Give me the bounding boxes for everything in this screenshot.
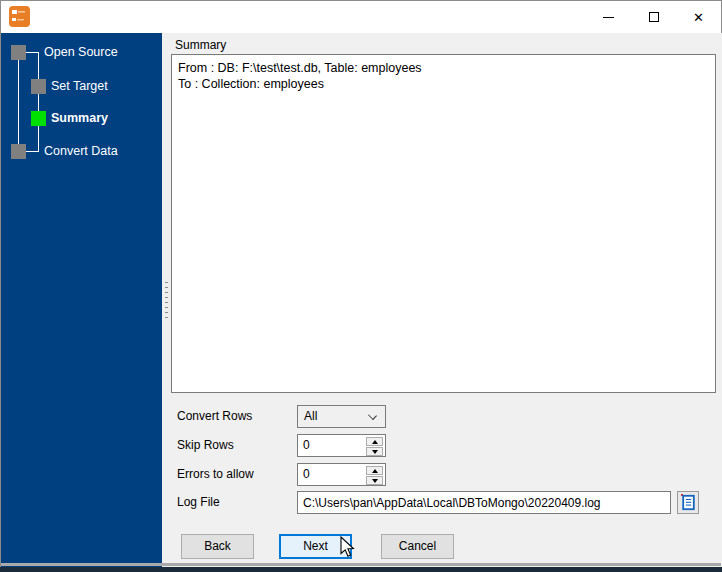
maximize-icon: [649, 12, 659, 22]
spinner-buttons: [366, 466, 383, 485]
sidebar-item-convert-data[interactable]: Convert Data: [44, 144, 118, 159]
form-row-errors-to-allow: Errors to allow 0: [171, 463, 722, 486]
step-marker-summary-active: [31, 111, 46, 126]
skip-rows-spinner[interactable]: 0: [297, 434, 386, 457]
skip-rows-value: 0: [303, 438, 310, 452]
app-icon: [9, 6, 30, 27]
summary-line-to: To : Collection: employees: [178, 76, 709, 92]
grip-dot: [165, 292, 168, 293]
form-row-log-file: Log File: [171, 491, 722, 514]
spinner-buttons: [366, 437, 383, 456]
sidebar-splitter-handle[interactable]: [162, 33, 171, 567]
convert-rows-select[interactable]: All: [297, 405, 386, 428]
form-row-convert-rows: Convert Rows All: [171, 405, 722, 428]
arrow-down-icon: [372, 479, 378, 483]
title-bar: ✕: [1, 1, 721, 33]
maximize-button[interactable]: [631, 1, 676, 33]
back-button[interactable]: Back: [181, 534, 254, 559]
errors-to-allow-label: Errors to allow: [177, 463, 254, 486]
grip-dot: [165, 312, 168, 313]
close-button[interactable]: ✕: [676, 1, 721, 33]
summary-line-from: From : DB: F:\test\test.db, Table: emplo…: [178, 60, 709, 76]
log-file-input[interactable]: [297, 491, 671, 514]
cancel-button[interactable]: Cancel: [381, 534, 454, 559]
wizard-connector-line: [38, 52, 39, 152]
log-file-browse-button[interactable]: [677, 491, 699, 514]
grip-dot: [165, 317, 168, 318]
convert-rows-value: All: [304, 409, 317, 423]
summary-panel-header: Summary: [171, 36, 718, 54]
grip-dot: [165, 307, 168, 308]
minimize-button[interactable]: [586, 1, 631, 33]
chevron-down-icon: [368, 411, 377, 420]
grip-dot: [165, 282, 168, 283]
spin-down-button[interactable]: [366, 476, 383, 485]
wizard-connector-line: [25, 151, 39, 152]
errors-to-allow-value: 0: [303, 467, 310, 481]
step-marker-set-target: [31, 79, 46, 94]
errors-to-allow-spinner[interactable]: 0: [297, 463, 386, 486]
wizard-connector-line: [18, 60, 19, 144]
step-marker-open-source: [11, 45, 26, 60]
window-bottom-edge: [1, 563, 721, 566]
convert-rows-label: Convert Rows: [177, 405, 252, 428]
wizard-sidebar: Open Source Set Target Summary Convert D…: [1, 33, 162, 567]
grip-dot: [165, 302, 168, 303]
step-marker-convert-data: [11, 144, 26, 159]
app-window: ✕ Open Source Set Target Summary Convert…: [0, 0, 722, 567]
log-file-label: Log File: [177, 491, 220, 514]
sidebar-item-set-target[interactable]: Set Target: [51, 79, 108, 94]
main-panel: Summary From : DB: F:\test\test.db, Tabl…: [171, 33, 722, 567]
minimize-icon: [603, 17, 614, 18]
close-icon: ✕: [693, 11, 704, 24]
wizard-connector-line: [25, 52, 39, 53]
skip-rows-label: Skip Rows: [177, 434, 234, 457]
arrow-up-icon: [372, 469, 378, 473]
spin-up-button[interactable]: [366, 466, 383, 475]
arrow-down-icon: [372, 450, 378, 454]
grip-dot: [165, 287, 168, 288]
mouse-cursor: [340, 536, 356, 562]
sidebar-item-summary[interactable]: Summary: [51, 111, 108, 126]
sidebar-item-open-source[interactable]: Open Source: [44, 45, 118, 60]
spin-up-button[interactable]: [366, 437, 383, 446]
form-row-skip-rows: Skip Rows 0: [171, 434, 722, 457]
spin-down-button[interactable]: [366, 447, 383, 456]
grip-dot: [165, 297, 168, 298]
window-controls: ✕: [586, 1, 721, 33]
log-document-icon: [681, 494, 696, 511]
arrow-up-icon: [372, 440, 378, 444]
summary-textbox[interactable]: From : DB: F:\test\test.db, Table: emplo…: [171, 54, 716, 393]
